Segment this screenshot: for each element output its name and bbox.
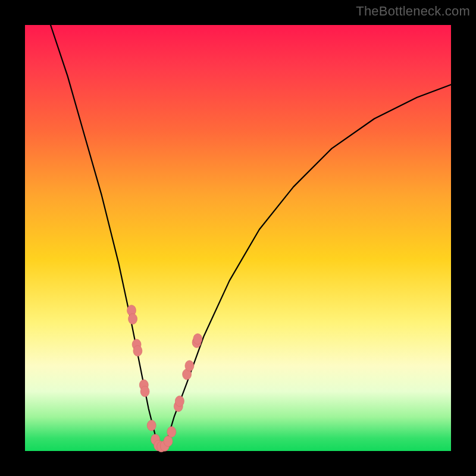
curve-marker — [193, 334, 202, 345]
curve-marker — [140, 386, 149, 397]
curve-marker — [129, 314, 137, 324]
curve-marker — [133, 346, 142, 356]
bottleneck-curve — [51, 25, 451, 447]
chart-frame: TheBottleneck.com — [0, 0, 476, 476]
chart-svg — [25, 25, 451, 451]
curve-marker — [185, 361, 194, 371]
curve-layer — [51, 25, 451, 447]
curve-marker — [175, 396, 184, 406]
curve-marker — [167, 427, 176, 437]
plot-area — [25, 25, 451, 451]
curve-marker — [164, 436, 173, 447]
marker-layer — [127, 305, 202, 452]
watermark-text: TheBottleneck.com — [356, 4, 470, 19]
curve-marker — [147, 420, 156, 431]
